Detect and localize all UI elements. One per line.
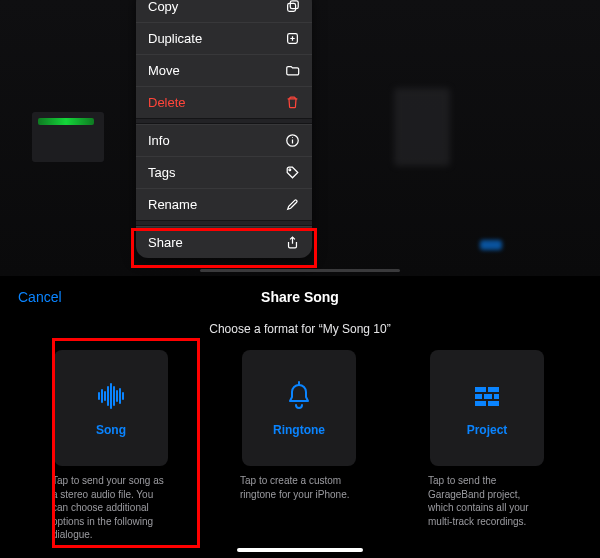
menu-item-copy[interactable]: Copy (136, 0, 312, 22)
svg-rect-15 (475, 401, 486, 406)
context-menu: CopyDuplicateMoveDeleteInfoTagsRenameSha… (136, 0, 312, 258)
format-card-description: Tap to create a custom ringtone for your… (240, 474, 358, 501)
trash-icon (285, 95, 300, 110)
waveform-icon (94, 379, 128, 413)
menu-item-move[interactable]: Move (136, 54, 312, 86)
svg-rect-11 (488, 387, 499, 392)
format-card-description: Tap to send your song as a stereo audio … (52, 474, 170, 542)
menu-item-label: Duplicate (148, 31, 202, 46)
format-card-label: Song (96, 423, 126, 437)
menu-item-label: Move (148, 63, 180, 78)
svg-rect-13 (484, 394, 492, 399)
share-sheet: Cancel Share Song Choose a format for “M… (0, 276, 600, 558)
menu-item-label: Rename (148, 197, 197, 212)
project-thumbnail (32, 112, 104, 162)
folder-icon (285, 63, 300, 78)
sheet-header: Cancel Share Song (0, 276, 600, 318)
format-option-project: ProjectTap to send the GarageBand projec… (404, 350, 570, 528)
menu-item-label: Tags (148, 165, 175, 180)
scroll-indicator (200, 269, 400, 272)
menu-item-info[interactable]: Info (136, 124, 312, 156)
format-prompt: Choose a format for “My Song 10” (0, 322, 600, 336)
format-card-label: Ringtone (273, 423, 325, 437)
tag-icon (285, 165, 300, 180)
cancel-button[interactable]: Cancel (18, 289, 62, 305)
home-indicator (237, 548, 363, 552)
menu-item-share[interactable]: Share (136, 226, 312, 258)
format-option-ringtone: RingtoneTap to create a custom ringtone … (216, 350, 382, 501)
format-card-project[interactable]: Project (430, 350, 544, 466)
svg-rect-12 (475, 394, 482, 399)
svg-rect-16 (488, 401, 499, 406)
bell-icon (282, 379, 316, 413)
info-icon (285, 133, 300, 148)
format-card-ringtone[interactable]: Ringtone (242, 350, 356, 466)
share-icon (285, 235, 300, 250)
svg-rect-14 (494, 394, 499, 399)
menu-item-label: Delete (148, 95, 186, 110)
menu-item-tags[interactable]: Tags (136, 156, 312, 188)
blurred-accent (480, 240, 502, 250)
format-card-label: Project (467, 423, 508, 437)
copy-icon (285, 0, 300, 14)
menu-item-label: Info (148, 133, 170, 148)
pencil-icon (285, 197, 300, 212)
svg-rect-10 (475, 387, 486, 392)
library-background: CopyDuplicateMoveDeleteInfoTagsRenameSha… (0, 0, 600, 276)
menu-item-duplicate[interactable]: Duplicate (136, 22, 312, 54)
sheet-title: Share Song (0, 289, 600, 305)
menu-item-delete[interactable]: Delete (136, 86, 312, 118)
format-option-song: SongTap to send your song as a stereo au… (28, 350, 194, 542)
menu-item-label: Share (148, 235, 183, 250)
blurred-thumbnail (394, 88, 450, 166)
menu-item-rename[interactable]: Rename (136, 188, 312, 220)
duplicate-icon (285, 31, 300, 46)
format-card-description: Tap to send the GarageBand project, whic… (428, 474, 546, 528)
format-options: SongTap to send your song as a stereo au… (0, 336, 600, 542)
bricks-icon (470, 379, 504, 413)
menu-item-label: Copy (148, 0, 178, 14)
format-card-song[interactable]: Song (54, 350, 168, 466)
